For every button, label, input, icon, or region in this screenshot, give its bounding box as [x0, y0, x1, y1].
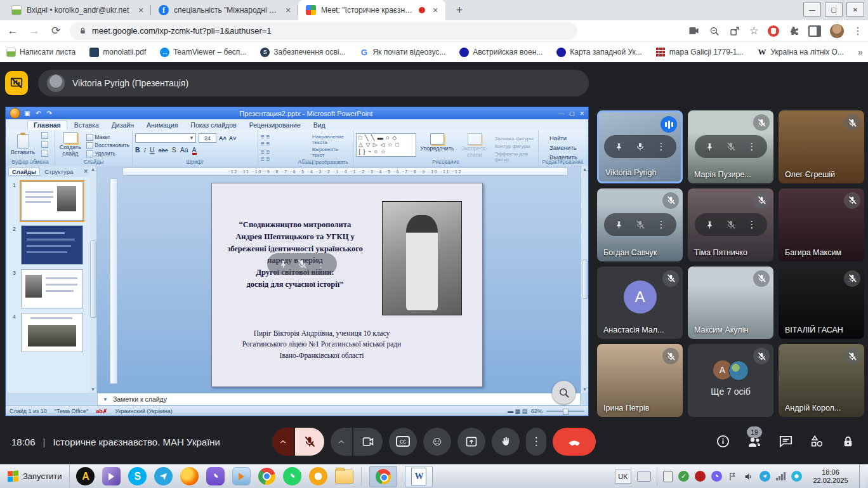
slide-thumbnail-2[interactable]: 2	[21, 225, 83, 265]
camera-in-use-icon[interactable]	[688, 25, 700, 37]
mic-options-chevron[interactable]	[272, 428, 294, 456]
cut-icon[interactable]	[41, 132, 48, 139]
whatsapp-icon[interactable]	[283, 467, 301, 485]
pin-icon[interactable]	[614, 142, 624, 152]
font-name-select[interactable]: ▼	[135, 133, 196, 143]
quick-access-toolbar[interactable]: ▣ ↶ ↷	[24, 110, 54, 117]
scroll-down-icon[interactable]: ▼	[582, 387, 587, 392]
language-indicator[interactable]: UK	[615, 470, 631, 484]
more-options-icon[interactable]: ⋮	[657, 141, 666, 152]
browser-menu-icon[interactable]: ⋮	[853, 25, 863, 37]
shapes-gallery[interactable]: □ ╲ ╲ ▬ ○ ◇ △ ▽ ▷ ◁ ☆ □ { } ~ ○ ☆	[356, 133, 416, 157]
pin-icon[interactable]	[279, 260, 288, 269]
bookmark-item[interactable]: Карта западной Ук...	[556, 48, 641, 57]
mic-toggle-button[interactable]	[295, 428, 324, 456]
tile-hover-controls[interactable]: ⋮	[604, 135, 676, 158]
network-signal-icon[interactable]	[776, 472, 786, 480]
more-options-button[interactable]: ⋮	[526, 428, 546, 456]
bookmark-item[interactable]: SЗабезпечення осві...	[260, 48, 345, 57]
scroll-down-icon[interactable]: ▼	[91, 387, 95, 392]
present-button[interactable]	[457, 428, 485, 456]
slide-thumbnail-3[interactable]: 3	[21, 269, 83, 308]
change-case-button[interactable]: Aa	[180, 146, 188, 154]
url-text[interactable]: meet.google.com/ixp-zcmk-fut?pli=1&authu…	[92, 26, 272, 36]
presenter-pill[interactable]: Viktoria Pyrigh (Презентація)	[38, 70, 589, 96]
participant-tile[interactable]: Андрій Корол...	[779, 344, 864, 417]
font-size-select[interactable]: 24	[199, 133, 216, 143]
slide-thumbnail-1[interactable]: 1	[21, 181, 83, 221]
word-open-window[interactable]: W	[405, 466, 433, 487]
find-button[interactable]: Найти	[541, 134, 584, 142]
zoom-out-page-icon[interactable]	[709, 25, 720, 37]
ribbon-tab-design[interactable]: Дизайн	[106, 121, 140, 130]
show-desktop-button[interactable]	[859, 465, 865, 488]
captions-button[interactable]: cc	[389, 428, 417, 456]
participant-tile[interactable]: ВІТАЛІЙ ГАСАН	[779, 267, 864, 340]
strikethrough-button[interactable]: abe	[159, 147, 168, 154]
spellcheck-icon[interactable]: ab✗	[96, 408, 107, 414]
viber-tray-icon[interactable]	[711, 471, 722, 482]
back-icon[interactable]: ←	[5, 25, 20, 37]
tab-close-icon[interactable]: ✕	[430, 5, 440, 15]
share-icon[interactable]	[729, 25, 740, 37]
viber-icon[interactable]	[206, 467, 225, 485]
chrome-icon[interactable]	[258, 468, 275, 485]
more-options-icon[interactable]: ⋮	[316, 258, 326, 270]
participant-tile[interactable]: Ірина Петрів	[597, 344, 683, 417]
window-minimize-button[interactable]: —	[803, 3, 821, 16]
more-participants-tile[interactable]: A Ще 7 осіб	[688, 344, 773, 417]
raise-hand-button[interactable]	[492, 428, 520, 456]
url-bar[interactable]: meet.google.com/ixp-zcmk-fut?pli=1&authu…	[70, 22, 577, 40]
media-player-icon[interactable]	[232, 467, 251, 485]
scroll-up-icon[interactable]: ▲	[582, 167, 587, 171]
tab-meet-active[interactable]: Meet: "Історичне краєзнавс ✕	[298, 0, 445, 20]
volume-icon[interactable]	[744, 472, 754, 482]
slide-scrollbar[interactable]: ▲ ▼	[581, 166, 588, 393]
panel-tab-slides[interactable]: Слайды	[8, 168, 40, 176]
participant-tile[interactable]: ⋮ Viktoria Pyrigh	[597, 110, 683, 183]
start-button[interactable]: Запустити	[0, 465, 70, 488]
delete-slide-button[interactable]: Удалить	[86, 150, 129, 157]
italic-button[interactable]: I	[144, 147, 147, 154]
ppt-minimize-button[interactable]: —	[558, 110, 564, 117]
ribbon-tab-insert[interactable]: Вставка	[69, 121, 105, 130]
adblock-tray-icon[interactable]	[695, 471, 706, 482]
format-painter-icon[interactable]	[41, 150, 48, 157]
quick-styles-button[interactable]: Экспресс-стили	[458, 133, 491, 158]
orange-app-icon[interactable]	[309, 467, 327, 485]
reactions-button[interactable]: ☺	[423, 428, 451, 456]
paste-button[interactable]: Вставить	[8, 134, 37, 155]
window-maximize-button[interactable]: ▢	[825, 3, 843, 16]
layout-button[interactable]: Макет	[86, 134, 129, 141]
ppt-maximize-button[interactable]: ▢	[569, 110, 575, 117]
zoom-percent[interactable]: 62%	[531, 408, 542, 414]
shape-outline-button[interactable]: Контур фигуры	[495, 143, 536, 149]
bold-button[interactable]: B	[135, 146, 140, 154]
new-tab-button[interactable]: +	[450, 1, 468, 19]
tab-mail[interactable]: Вхідні • korolko_andr@ukr.net ✕	[4, 0, 151, 20]
underline-button[interactable]: U	[150, 146, 155, 154]
scroll-up-icon[interactable]: ▲	[91, 167, 95, 171]
bookmarks-overflow-icon[interactable]: »	[858, 47, 863, 57]
telegram-icon[interactable]	[154, 467, 173, 485]
action-center-flag-icon[interactable]	[728, 472, 738, 482]
stop-presenting-button[interactable]	[5, 71, 28, 95]
reset-button[interactable]: Восстановить	[86, 142, 129, 149]
activities-button[interactable]	[810, 434, 824, 449]
replace-button[interactable]: Заменить	[541, 143, 584, 152]
ribbon-tab-review[interactable]: Рецензирование	[244, 121, 306, 130]
camera-toggle-button[interactable]	[353, 428, 383, 456]
adblock-extension-icon[interactable]	[768, 25, 779, 37]
skype-icon[interactable]: S	[128, 467, 147, 485]
reload-icon[interactable]: ⟳	[48, 24, 63, 37]
panel-tab-outline[interactable]: Структура	[41, 168, 76, 175]
tab-close-icon[interactable]: ✕	[136, 5, 146, 15]
text-direction-button[interactable]: Направление текста	[312, 134, 350, 145]
people-button[interactable]: 19	[747, 434, 762, 449]
firefox-icon[interactable]	[180, 467, 199, 485]
panel-close-icon[interactable]: ✕	[83, 168, 88, 175]
bookmark-item[interactable]: Австрийская воен...	[459, 48, 542, 57]
host-controls-button[interactable]	[841, 434, 855, 449]
tile-hover-controls[interactable]: ⋮	[695, 213, 767, 236]
clipboard-tray-icon[interactable]	[663, 471, 673, 482]
